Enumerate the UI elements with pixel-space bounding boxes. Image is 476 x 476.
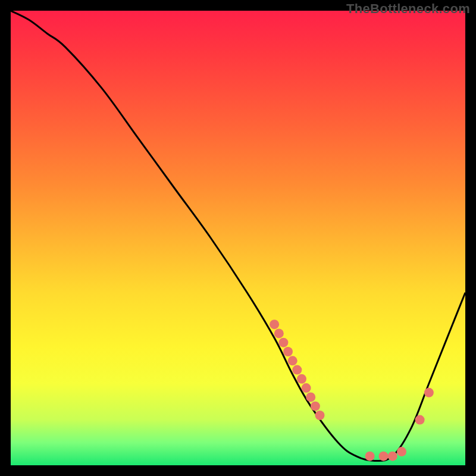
- chart-marker: [424, 388, 434, 397]
- chart-svg: [11, 11, 465, 465]
- chart-marker: [283, 347, 293, 356]
- series-markers: [270, 320, 434, 461]
- chart-marker: [288, 356, 298, 365]
- chart-marker: [365, 452, 375, 461]
- chart-marker: [297, 374, 306, 384]
- chart-marker: [306, 392, 315, 402]
- chart-stage: TheBottleneck.com: [0, 0, 476, 476]
- chart-marker: [379, 452, 389, 461]
- chart-marker: [315, 411, 325, 420]
- chart-marker: [397, 447, 406, 456]
- chart-marker: [278, 338, 288, 347]
- chart-marker: [302, 383, 311, 393]
- watermark-text: TheBottleneck.com: [346, 1, 470, 17]
- chart-marker: [274, 328, 284, 338]
- chart-marker: [270, 320, 279, 329]
- series-curve: [11, 11, 465, 461]
- chart-marker: [292, 365, 302, 375]
- chart-marker: [311, 402, 320, 411]
- chart-plot-area: [11, 11, 465, 465]
- chart-marker: [388, 452, 397, 461]
- chart-marker: [415, 415, 425, 425]
